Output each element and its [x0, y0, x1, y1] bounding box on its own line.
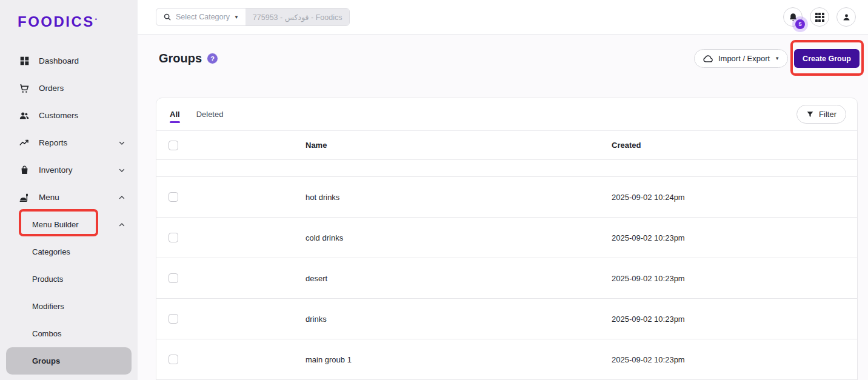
sidebar-item-reports[interactable]: Reports — [0, 129, 138, 156]
user-icon — [841, 12, 852, 22]
sidebar-item-dashboard[interactable]: Dashboard — [0, 47, 138, 75]
groups-card: All Deleted Filter Name Created — [156, 98, 858, 380]
tabs-row: All Deleted Filter — [156, 98, 857, 131]
tab-label: All — [170, 110, 180, 119]
dashboard-icon — [18, 55, 30, 67]
sidebar-item-customers[interactable]: Customers — [0, 102, 138, 129]
table-row-partial[interactable] — [156, 160, 857, 177]
page-title: Groups — [159, 52, 202, 65]
notifications-badge: 5 — [795, 19, 805, 29]
sidebar-item-label: Menu — [39, 193, 59, 202]
group-name: main groub 1 — [305, 355, 612, 364]
row-checkbox[interactable] — [169, 355, 178, 364]
customers-icon — [18, 110, 30, 122]
table-body: hot drinks 2025-09-02 10:24pm cold drink… — [156, 160, 857, 380]
tab-label: Deleted — [196, 110, 224, 119]
header-actions: Import / Export ▼ Create Group — [694, 49, 860, 68]
select-all-checkbox[interactable] — [169, 141, 178, 150]
sidebar-item-label: Products — [32, 275, 63, 284]
create-group-button[interactable]: Create Group — [794, 49, 860, 68]
cart-icon — [18, 82, 30, 95]
column-header-name: Name — [305, 141, 612, 150]
account-chip-label: 775953 - فودكس - Foodics — [253, 13, 342, 22]
sidebar-item-label: Customers — [39, 111, 78, 120]
sidebar-item-label: Dashboard — [39, 56, 79, 65]
table-row[interactable]: hot drinks 2025-09-02 10:24pm — [156, 177, 857, 218]
menu-icon — [18, 192, 30, 204]
sidebar: FOODICS• Dashboard Orders Customers Repo… — [0, 0, 138, 380]
sidebar-item-menu-builder[interactable]: Menu Builder — [0, 211, 138, 238]
reports-icon — [18, 137, 30, 149]
group-created: 2025-09-02 10:23pm — [612, 315, 857, 324]
group-name: hot drinks — [305, 193, 612, 202]
search-icon — [163, 13, 172, 21]
sidebar-item-label: Inventory — [39, 165, 73, 175]
group-created: 2025-09-02 10:23pm — [612, 274, 857, 283]
import-export-label: Import / Export — [718, 54, 770, 63]
create-group-wrapper: Create Group — [794, 49, 860, 68]
sidebar-item-label: Modifiers — [32, 302, 64, 311]
group-created: 2025-09-02 10:23pm — [612, 355, 857, 364]
sidebar-item-label: Menu Builder — [32, 220, 79, 229]
row-checkbox[interactable] — [169, 314, 178, 324]
chevron-down-icon — [118, 139, 125, 147]
group-name: drinks — [305, 315, 612, 324]
caret-down-icon: ▼ — [234, 15, 239, 20]
sidebar-item-combos[interactable]: Combos — [0, 320, 138, 347]
filter-icon — [806, 110, 814, 118]
category-selector[interactable]: Select Category ▼ — [156, 8, 245, 25]
apps-button[interactable] — [810, 7, 829, 27]
logo-mark: • — [95, 16, 97, 22]
foodics-logo[interactable]: FOODICS• — [18, 13, 97, 30]
main-content: Groups ? Import / Export ▼ Create Group … — [138, 35, 868, 380]
page-header: Groups ? Import / Export ▼ Create Group — [138, 35, 868, 68]
table-row[interactable]: main groub 1 2025-09-02 10:23pm — [156, 339, 857, 380]
sidebar-item-modifiers[interactable]: Modifiers — [0, 293, 138, 320]
sidebar-item-groups[interactable]: Groups — [6, 347, 132, 375]
topbar: Select Category ▼ 775953 - فودكس - Foodi… — [138, 0, 868, 35]
import-export-button[interactable]: Import / Export ▼ — [694, 49, 788, 68]
sidebar-item-categories[interactable]: Categories — [0, 238, 138, 265]
global-search: Select Category ▼ 775953 - فودكس - Foodi… — [156, 8, 350, 26]
cloud-icon — [703, 55, 713, 63]
chevron-up-icon — [118, 194, 125, 201]
chevron-down-icon — [118, 167, 125, 174]
row-checkbox[interactable] — [169, 192, 178, 202]
table-header: Name Created — [156, 131, 857, 160]
sidebar-item-menu[interactable]: Menu — [0, 184, 138, 211]
group-name: cold drinks — [305, 233, 612, 242]
filter-label: Filter — [819, 110, 836, 119]
category-selector-placeholder: Select Category — [176, 13, 230, 21]
table-row[interactable]: desert 2025-09-02 10:23pm — [156, 258, 857, 299]
filter-button[interactable]: Filter — [796, 105, 846, 124]
account-button[interactable] — [836, 7, 856, 27]
topbar-icons: 5 — [783, 7, 856, 27]
row-checkbox[interactable] — [169, 273, 178, 283]
notifications-button[interactable]: 5 — [783, 7, 803, 27]
row-checkbox[interactable] — [169, 233, 178, 242]
sidebar-item-label: Orders — [39, 84, 64, 93]
sidebar-nav: Dashboard Orders Customers Reports — [0, 47, 138, 375]
account-chip[interactable]: 775953 - فودكس - Foodics — [245, 8, 350, 25]
sidebar-item-orders[interactable]: Orders — [0, 75, 138, 102]
sidebar-item-products[interactable]: Products — [0, 265, 138, 293]
sidebar-item-label: Combos — [32, 329, 61, 338]
sidebar-item-label: Categories — [32, 247, 70, 256]
tab-all[interactable]: All — [170, 98, 180, 131]
caret-down-icon: ▼ — [775, 56, 780, 61]
table-row[interactable]: cold drinks 2025-09-02 10:23pm — [156, 218, 857, 258]
table-row[interactable]: drinks 2025-09-02 10:23pm — [156, 299, 857, 339]
column-header-created: Created — [612, 141, 857, 150]
chevron-up-icon — [118, 221, 125, 228]
group-created: 2025-09-02 10:24pm — [612, 193, 857, 202]
tab-deleted[interactable]: Deleted — [196, 98, 224, 131]
apps-grid-icon — [815, 13, 824, 22]
sidebar-item-label: Groups — [32, 356, 60, 365]
help-icon[interactable]: ? — [207, 53, 218, 64]
group-name: desert — [305, 274, 612, 283]
group-created: 2025-09-02 10:23pm — [612, 233, 857, 242]
sidebar-item-label: Reports — [39, 138, 67, 147]
inventory-icon — [18, 164, 30, 176]
sidebar-item-inventory[interactable]: Inventory — [0, 156, 138, 184]
